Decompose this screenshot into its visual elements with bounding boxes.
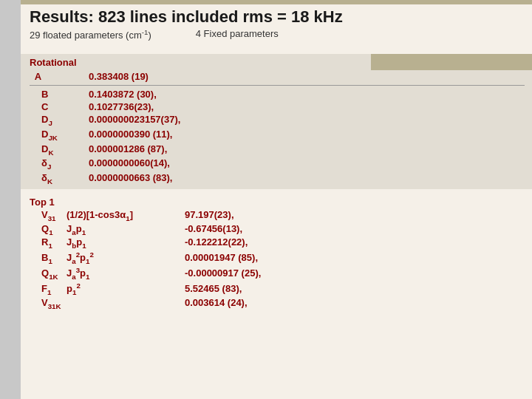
param-name-C: C bbox=[30, 101, 89, 112]
top-row-B1: B1 Ja2p12 0.00001947 (85), bbox=[30, 250, 525, 265]
param-row-C: C 0.1027736(23), bbox=[30, 101, 525, 112]
param-value-A: 0.383408 (19) bbox=[89, 71, 149, 82]
top-formula-V31: (1/2)[1-cos3α1] bbox=[66, 209, 185, 222]
top-value-Q1K: -0.00000917 (25), bbox=[185, 267, 261, 279]
top-formula-F1: p12 bbox=[66, 282, 185, 296]
param-value-B: 0.1403872 (30), bbox=[89, 89, 157, 100]
page-title: Results: 823 lines included rms = 18 kHz bbox=[30, 7, 525, 27]
param-value-DJ: 0.000000023157(37), bbox=[89, 114, 180, 125]
subtitle-left: 29 floated parameters (cm-1) bbox=[30, 28, 151, 41]
top-row-Q1K: Q1K Ja3p1 -0.00000917 (25), bbox=[30, 266, 525, 281]
param-row-DJ: DJ 0.000000023157(37), bbox=[30, 114, 525, 127]
main-content: Results: 823 lines included rms = 18 kHz… bbox=[21, 0, 532, 318]
param-row-DK: DK 0.000001286 (87), bbox=[30, 143, 525, 157]
top-value-V31K: 0.003614 (24), bbox=[185, 297, 248, 308]
param-name-B: B bbox=[30, 89, 89, 100]
param-value-DJK: 0.0000000390 (11), bbox=[89, 129, 172, 140]
rotational-section: Rotational A 0.383408 (19) B 0.1403872 (… bbox=[30, 54, 525, 189]
top-section: Top 1 V31 (1/2)[1-cos3α1] 97.197(23), Q1… bbox=[30, 197, 525, 310]
param-value-DK: 0.000001286 (87), bbox=[89, 143, 167, 154]
top-value-F1: 5.52465 (83), bbox=[185, 283, 242, 294]
subtitle-right: 4 Fixed parameters bbox=[196, 28, 279, 41]
top-value-B1: 0.00001947 (85), bbox=[185, 252, 258, 263]
param-row-deltaJ: δJ 0.0000000060(14), bbox=[30, 157, 525, 171]
top-name-V31K: V31K bbox=[30, 297, 66, 310]
top-value-R1: -0.122212(22), bbox=[185, 236, 248, 248]
top-row-R1: R1 Jbp1 -0.122212(22), bbox=[30, 236, 525, 250]
divider bbox=[30, 85, 525, 86]
param-value-deltaK: 0.0000000663 (83), bbox=[89, 172, 172, 183]
top-name-Q1: Q1 bbox=[30, 223, 66, 236]
param-name-deltaK: δK bbox=[30, 172, 89, 185]
top-value-V31: 97.197(23), bbox=[185, 209, 234, 220]
top-accent-bar bbox=[21, 0, 532, 4]
top-row-V31: V31 (1/2)[1-cos3α1] 97.197(23), bbox=[30, 209, 525, 222]
top-formula-B1: Ja2p12 bbox=[66, 250, 185, 265]
param-row-B: B 0.1403872 (30), bbox=[30, 89, 525, 100]
top-label: Top 1 bbox=[30, 197, 525, 208]
param-row-deltaK: δK 0.0000000663 (83), bbox=[30, 172, 525, 185]
param-row-A: A 0.383408 (19) bbox=[30, 71, 525, 82]
rotational-content: Rotational A 0.383408 (19) B 0.1403872 (… bbox=[30, 54, 525, 189]
subtitle: 29 floated parameters (cm-1) 4 Fixed par… bbox=[30, 28, 525, 41]
param-row-DJK: DJK 0.0000000390 (11), bbox=[30, 129, 525, 142]
param-value-deltaJ: 0.0000000060(14), bbox=[89, 157, 170, 168]
top-name-F1: F1 bbox=[30, 283, 66, 296]
param-name-A: A bbox=[30, 71, 89, 82]
top-name-Q1K: Q1K bbox=[30, 267, 66, 281]
top-row-F1: F1 p12 5.52465 (83), bbox=[30, 282, 525, 296]
top-name-R1: R1 bbox=[30, 236, 66, 250]
top-name-V31: V31 bbox=[30, 209, 66, 222]
param-value-C: 0.1027736(23), bbox=[89, 101, 154, 112]
top-row-V31K: V31K 0.003614 (24), bbox=[30, 297, 525, 310]
rotational-label: Rotational bbox=[30, 57, 525, 68]
param-name-deltaJ: δJ bbox=[30, 157, 89, 171]
top-name-B1: B1 bbox=[30, 252, 66, 265]
top-formula-Q1K: Ja3p1 bbox=[66, 266, 185, 281]
top-formula-R1: Jbp1 bbox=[66, 236, 185, 250]
param-name-DJ: DJ bbox=[30, 114, 89, 127]
top-value-Q1: -0.67456(13), bbox=[185, 223, 242, 234]
left-bar bbox=[0, 0, 21, 399]
param-name-DK: DK bbox=[30, 143, 89, 157]
top-formula-Q1: Jap1 bbox=[66, 223, 185, 236]
param-name-DJK: DJK bbox=[30, 129, 89, 142]
top-row-Q1: Q1 Jap1 -0.67456(13), bbox=[30, 223, 525, 236]
